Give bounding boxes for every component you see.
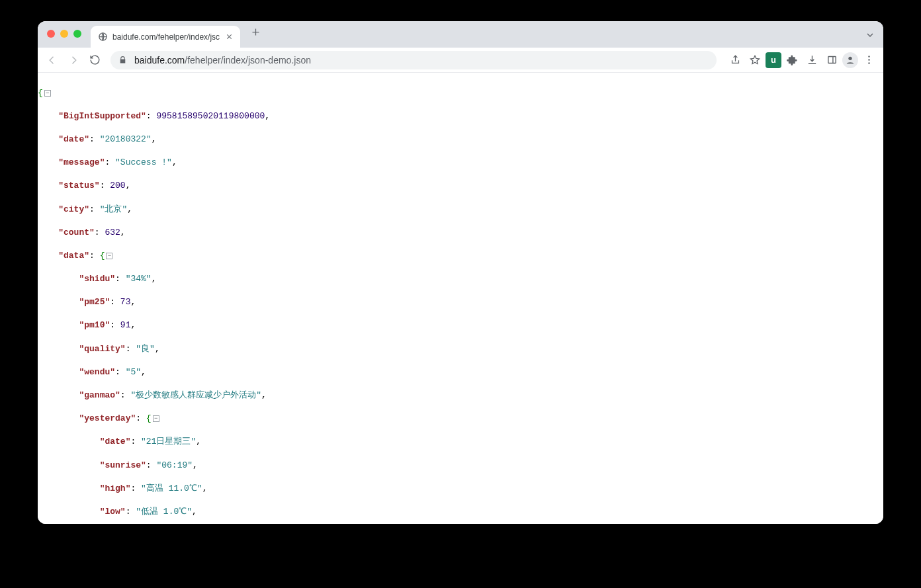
toolbar-actions: u — [726, 51, 878, 69]
menu-icon[interactable] — [859, 51, 878, 69]
sidepanel-icon[interactable] — [822, 51, 841, 69]
address-bar[interactable]: baidufe.com/fehelper/index/json-demo.jso… — [110, 51, 717, 69]
minimize-window-button[interactable] — [60, 30, 68, 38]
download-icon[interactable] — [803, 51, 821, 69]
json-value: Success ! — [120, 157, 167, 167]
globe-icon — [97, 32, 108, 42]
tab-bar: baidufe.com/fehelper/index/jsc — [38, 21, 883, 48]
maximize-window-button[interactable] — [73, 30, 81, 38]
browser-window: baidufe.com/fehelper/index/jsc baidu — [38, 21, 883, 524]
json-value: 5 — [130, 367, 136, 377]
browser-toolbar: baidufe.com/fehelper/index/json-demo.jso… — [38, 48, 883, 73]
forward-button[interactable] — [64, 51, 83, 69]
chevron-down-icon[interactable] — [865, 30, 875, 43]
window-controls — [47, 30, 81, 38]
json-value: 北京 — [105, 204, 122, 214]
url-domain: baidufe.com — [134, 55, 185, 65]
close-window-button[interactable] — [47, 30, 55, 38]
json-value: 极少数敏感人群应减少户外活动 — [136, 390, 256, 400]
collapse-toggle[interactable]: − — [153, 415, 159, 422]
collapse-toggle[interactable]: − — [106, 253, 112, 259]
close-tab-icon[interactable] — [224, 32, 234, 42]
extensions-icon[interactable] — [783, 51, 801, 69]
svg-point-3 — [868, 56, 869, 57]
reload-button[interactable] — [85, 51, 104, 69]
svg-point-5 — [868, 62, 869, 63]
extension-label: u — [771, 55, 776, 65]
share-icon[interactable] — [726, 51, 744, 69]
svg-point-2 — [848, 56, 852, 60]
svg-point-4 — [868, 59, 869, 60]
json-value: 34% — [130, 274, 146, 284]
url-text: baidufe.com/fehelper/index/json-demo.jso… — [134, 55, 311, 65]
json-value: 200 — [110, 181, 125, 190]
page-content: {− "BigIntSupported": 995815895020119800… — [38, 73, 883, 524]
lock-icon — [118, 56, 128, 64]
profile-avatar[interactable] — [842, 52, 858, 68]
star-icon[interactable] — [746, 51, 764, 69]
json-value: 良 — [141, 344, 150, 354]
json-viewer: {− "BigIntSupported": 995815895020119800… — [38, 75, 883, 524]
json-value: 06:19 — [161, 460, 187, 470]
json-value: 高温 11.0℃ — [146, 483, 197, 493]
collapse-toggle[interactable]: − — [44, 90, 51, 97]
json-value: 91 — [120, 320, 131, 330]
json-value: 73 — [120, 297, 131, 307]
json-value: 632 — [105, 228, 120, 237]
json-value: 21日星期三 — [146, 437, 191, 446]
json-value: 995815895020119800000 — [156, 111, 265, 121]
back-button[interactable] — [43, 51, 62, 69]
tab-title: baidufe.com/fehelper/index/jsc — [112, 32, 220, 42]
new-tab-button[interactable] — [248, 24, 263, 42]
extension-badge[interactable]: u — [766, 52, 781, 68]
json-value: 20180322 — [105, 134, 146, 144]
url-path: /fehelper/index/json-demo.json — [185, 55, 311, 65]
browser-tab[interactable]: baidufe.com/fehelper/index/jsc — [91, 26, 240, 48]
json-value: 低温 1.0℃ — [141, 507, 187, 517]
svg-rect-1 — [828, 57, 835, 63]
